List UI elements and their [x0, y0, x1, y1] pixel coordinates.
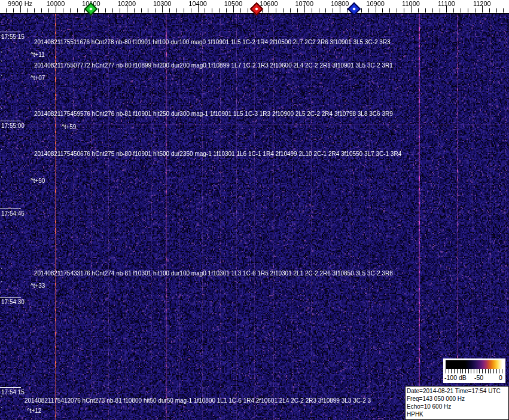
frequency-tick — [283, 8, 284, 13]
frequency-label: 10300 — [153, 0, 172, 7]
frequency-tick — [312, 8, 312, 13]
frequency-tick — [297, 8, 298, 13]
frequency-tick — [27, 8, 28, 13]
frequency-tick — [98, 8, 99, 13]
frequency-tick — [226, 8, 227, 13]
legend-tick — [479, 369, 480, 373]
frequency-tick — [191, 8, 191, 13]
legend-tick — [496, 369, 497, 373]
frequency-label: 10600 — [260, 0, 278, 7]
colormap-gradient — [446, 360, 503, 369]
frequency-tick — [155, 8, 156, 13]
frequency-tick — [475, 8, 476, 13]
blue-marker-diamond-icon[interactable] — [348, 2, 361, 16]
frequency-tick — [6, 8, 7, 13]
frequency-ruler: 9900 Hz100001010010200103001040010500106… — [0, 0, 509, 14]
marker-center-dot — [352, 7, 356, 11]
legend-label-max: 0 — [499, 374, 502, 381]
frequency-tick — [368, 8, 369, 13]
frequency-label: 10800 — [331, 0, 349, 7]
frequency-tick — [453, 8, 454, 13]
info-date-time: Date=2014-08-21 Time=17:54 UTC — [407, 387, 508, 395]
frequency-tick — [248, 8, 248, 13]
frequency-tick — [176, 8, 177, 13]
frequency-tick — [240, 8, 241, 13]
frequency-tick — [148, 8, 148, 13]
frequency-tick — [276, 8, 276, 13]
marker-center-dot — [255, 7, 258, 11]
frequency-label: 11200 — [473, 0, 491, 7]
legend-tick — [454, 369, 455, 373]
frequency-tick — [13, 8, 14, 13]
frequency-tick — [63, 8, 63, 13]
db-color-scale: -100 dB -50 0 — [443, 358, 505, 383]
frequency-tick — [397, 8, 397, 13]
frequency-label: 10200 — [118, 0, 136, 7]
frequency-tick — [489, 8, 490, 13]
frequency-tick — [425, 8, 426, 13]
frequency-tick — [382, 8, 383, 13]
frequency-label: 11000 — [402, 0, 420, 7]
frequency-tick — [440, 8, 440, 13]
legend-label-min: -100 dB — [444, 374, 467, 381]
frequency-tick — [461, 8, 461, 13]
frequency-tick — [333, 8, 333, 13]
frequency-tick — [503, 8, 504, 13]
legend-tick — [451, 369, 452, 373]
frequency-tick — [325, 8, 326, 13]
frequency-label: 9900 Hz — [8, 0, 32, 7]
frequency-tick — [77, 8, 78, 13]
legend-label-mid: -50 — [474, 374, 483, 381]
frequency-label: 10400 — [188, 0, 207, 7]
legend-tick — [493, 369, 494, 373]
frequency-label: 10000 — [47, 0, 65, 7]
frequency-tick — [418, 8, 419, 13]
legend-tick — [490, 369, 491, 373]
legend-tick — [474, 369, 474, 373]
frequency-tick — [70, 8, 71, 13]
info-frequency: Freq=143 050 000 Hz — [407, 395, 508, 403]
frequency-tick — [41, 8, 42, 13]
frequency-tick — [432, 8, 433, 13]
frequency-tick — [48, 8, 49, 13]
meteor-echo-spectrogram-window: 9900 Hz100001010010200103001040010500106… — [0, 0, 509, 420]
frequency-label: 10500 — [224, 0, 243, 7]
legend-tick — [449, 369, 449, 373]
frequency-tick — [184, 8, 184, 13]
frequency-label: 11100 — [438, 0, 455, 7]
legend-tick — [468, 369, 469, 373]
frequency-tick — [468, 8, 468, 13]
legend-tick — [477, 369, 477, 373]
status-info-box: Date=2014-08-21 Time=17:54 UTC Freq=143 … — [405, 386, 509, 420]
legend-tick — [465, 369, 466, 373]
frequency-tick — [169, 8, 170, 13]
spectrogram-canvas — [0, 13, 509, 420]
legend-tick — [446, 369, 446, 373]
legend-tick — [462, 369, 463, 373]
frequency-tick — [34, 8, 35, 13]
legend-tick — [502, 369, 502, 373]
frequency-tick — [141, 8, 142, 13]
frequency-tick — [496, 8, 497, 13]
legend-tick — [499, 369, 499, 373]
frequency-tick — [205, 8, 205, 13]
frequency-tick — [219, 8, 220, 13]
frequency-tick — [105, 8, 106, 13]
frequency-tick — [134, 8, 135, 13]
legend-tick — [485, 369, 486, 373]
legend-tick — [457, 369, 458, 373]
frequency-label: 10700 — [295, 0, 314, 7]
frequency-tick — [290, 8, 291, 13]
info-echo-frequency: Echo=10 600 Hz — [407, 403, 508, 410]
frequency-tick — [404, 8, 404, 13]
frequency-tick — [389, 8, 390, 13]
frequency-tick — [319, 8, 319, 13]
legend-tick — [471, 369, 471, 373]
info-station-id: HPHK — [407, 410, 508, 418]
marker-center-dot — [90, 7, 93, 11]
legend-tick — [460, 369, 461, 373]
frequency-tick — [361, 8, 362, 13]
frequency-label: 10900 — [366, 0, 385, 7]
legend-tick — [482, 369, 483, 373]
legend-tick — [488, 369, 489, 373]
